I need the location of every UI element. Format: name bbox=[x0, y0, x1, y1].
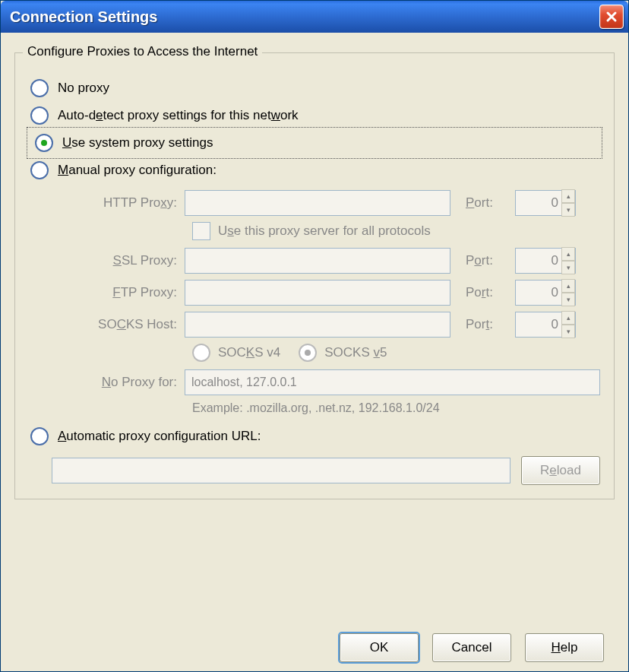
radio-label: SOCKS v5 bbox=[324, 345, 387, 360]
radio-label: Auto-detect proxy settings for this netw… bbox=[58, 108, 299, 123]
ftp-port-label: Port: bbox=[458, 285, 507, 300]
socks-host-row: SOCKS Host: Port: 0 ▴ ▾ bbox=[52, 312, 600, 338]
spinner: ▴ ▾ bbox=[561, 279, 575, 306]
close-button[interactable] bbox=[599, 5, 624, 29]
spinner: ▴ ▾ bbox=[561, 311, 575, 338]
proxy-groupbox: Configure Proxies to Access the Internet… bbox=[14, 52, 615, 499]
radio-icon bbox=[30, 106, 49, 125]
radio-auto-detect[interactable]: Auto-detect proxy settings for this netw… bbox=[29, 102, 600, 129]
help-button[interactable]: Help bbox=[525, 633, 604, 662]
ssl-proxy-row: SSL Proxy: Port: 0 ▴ ▾ bbox=[52, 248, 600, 274]
ssl-proxy-input[interactable] bbox=[185, 248, 450, 274]
http-port-label: Port: bbox=[458, 195, 507, 211]
socks-host-label: SOCKS Host: bbox=[52, 317, 177, 332]
radio-socks-v5[interactable]: SOCKS v5 bbox=[299, 344, 387, 362]
socks-port-value: 0 bbox=[516, 317, 561, 332]
spinner-up-icon[interactable]: ▴ bbox=[561, 189, 575, 203]
client-area: Configure Proxies to Access the Internet… bbox=[1, 33, 628, 671]
checkbox-icon bbox=[192, 222, 210, 240]
ssl-port-label: Port: bbox=[458, 253, 507, 268]
radio-icon bbox=[35, 134, 53, 152]
spinner-down-icon[interactable]: ▾ bbox=[561, 261, 575, 274]
radio-auto-url[interactable]: Automatic proxy configuration URL: bbox=[29, 423, 600, 450]
spinner-up-icon[interactable]: ▴ bbox=[561, 247, 575, 261]
radio-use-system[interactable]: Use system proxy settings bbox=[29, 129, 600, 157]
spinner-down-icon[interactable]: ▾ bbox=[561, 325, 575, 338]
ftp-port-field[interactable]: 0 ▴ ▾ bbox=[515, 280, 576, 306]
radio-no-proxy[interactable]: No proxy bbox=[29, 74, 600, 102]
radio-label: Manual proxy configuration: bbox=[58, 163, 217, 178]
http-port-field[interactable]: 0 ▴ ▾ bbox=[515, 190, 576, 216]
http-proxy-input[interactable] bbox=[185, 190, 450, 216]
dialog-window: Connection Settings Configure Proxies to… bbox=[0, 0, 629, 672]
ftp-proxy-input[interactable] bbox=[185, 280, 450, 306]
ssl-port-field[interactable]: 0 ▴ ▾ bbox=[515, 248, 576, 274]
titlebar: Connection Settings bbox=[1, 1, 628, 33]
spinner: ▴ ▾ bbox=[561, 247, 575, 274]
ssl-proxy-label: SSL Proxy: bbox=[52, 253, 177, 268]
manual-config-panel: HTTP Proxy: Port: 0 ▴ ▾ bbox=[52, 190, 600, 415]
cancel-button[interactable]: Cancel bbox=[432, 633, 511, 662]
pac-url-row: Reload bbox=[52, 456, 600, 485]
radio-icon bbox=[30, 79, 49, 97]
spinner-up-icon[interactable]: ▴ bbox=[561, 279, 575, 293]
close-icon bbox=[605, 11, 618, 23]
spinner-down-icon[interactable]: ▾ bbox=[561, 293, 575, 306]
noproxy-example: Example: .mozilla.org, .net.nz, 192.168.… bbox=[192, 401, 600, 415]
spinner: ▴ ▾ bbox=[561, 189, 575, 217]
http-port-value: 0 bbox=[516, 195, 561, 211]
ssl-port-value: 0 bbox=[516, 253, 561, 268]
radio-manual[interactable]: Manual proxy configuration: bbox=[29, 157, 600, 184]
socks-port-label: Port: bbox=[458, 317, 507, 332]
ftp-port-value: 0 bbox=[516, 285, 561, 300]
radio-icon bbox=[192, 344, 210, 362]
ftp-proxy-label: FTP Proxy: bbox=[52, 285, 177, 300]
socks-version-row: SOCKS v4 SOCKS v5 bbox=[192, 344, 600, 362]
noproxy-row: No Proxy for: bbox=[52, 369, 600, 395]
radio-label: No proxy bbox=[58, 81, 109, 96]
radio-icon bbox=[299, 344, 317, 362]
pac-url-input[interactable] bbox=[52, 458, 510, 483]
noproxy-label: No Proxy for: bbox=[52, 375, 177, 390]
groupbox-legend: Configure Proxies to Access the Internet bbox=[23, 44, 262, 59]
window-title: Connection Settings bbox=[10, 8, 599, 26]
dialog-button-bar: OK Cancel Help bbox=[14, 623, 615, 662]
radio-label: Automatic proxy configuration URL: bbox=[58, 429, 261, 444]
spinner-up-icon[interactable]: ▴ bbox=[561, 311, 575, 325]
checkbox-label: Use this proxy server for all protocols bbox=[218, 223, 431, 239]
reload-button[interactable]: Reload bbox=[521, 456, 600, 485]
radio-label: Use system proxy settings bbox=[62, 135, 213, 151]
radio-icon bbox=[30, 161, 49, 179]
spinner-down-icon[interactable]: ▾ bbox=[561, 203, 575, 217]
radio-socks-v4[interactable]: SOCKS v4 bbox=[192, 344, 280, 362]
socks-host-input[interactable] bbox=[185, 312, 450, 338]
ok-button[interactable]: OK bbox=[340, 633, 419, 662]
noproxy-input[interactable] bbox=[185, 369, 600, 395]
ftp-proxy-row: FTP Proxy: Port: 0 ▴ ▾ bbox=[52, 280, 600, 306]
socks-port-field[interactable]: 0 ▴ ▾ bbox=[515, 312, 576, 338]
radio-label: SOCKS v4 bbox=[218, 345, 280, 360]
use-same-proxy-checkbox[interactable]: Use this proxy server for all protocols bbox=[192, 222, 600, 240]
http-proxy-row: HTTP Proxy: Port: 0 ▴ ▾ bbox=[52, 190, 600, 216]
radio-icon bbox=[30, 427, 49, 445]
http-proxy-label: HTTP Proxy: bbox=[52, 195, 177, 211]
